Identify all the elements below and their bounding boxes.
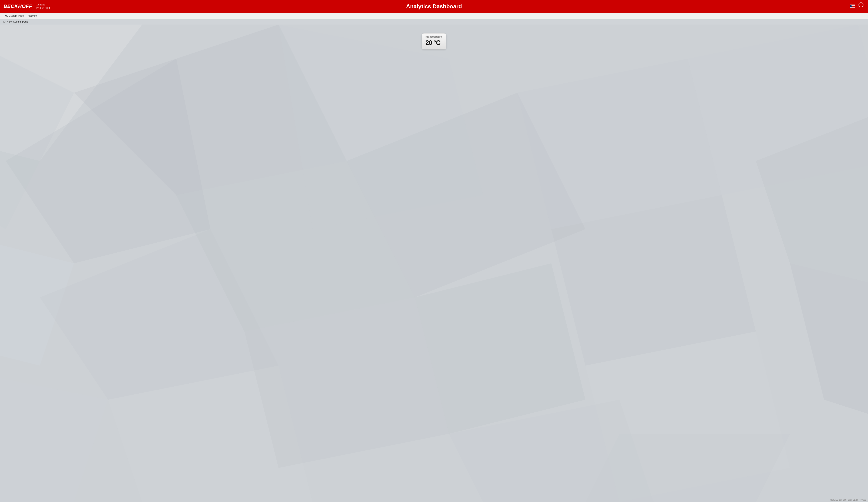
date-display: 22. Feb 2023 [37,6,50,10]
page-title: Analytics Dashboard [406,3,462,10]
breadcrumb-current-page: My Custom Page [9,20,28,23]
app-header: BECKHOFF 14:28:31 22. Feb 2023 Analytics… [0,0,868,13]
background [0,24,868,502]
language-flag-icon[interactable] [850,4,855,8]
nav-item-my-custom-page[interactable]: My Custom Page [3,13,26,18]
widget-value: 20 °C [425,39,443,47]
menu-line-1 [859,8,864,8]
breadcrumb: > My Custom Page [0,19,868,24]
nav-item-network[interactable]: Network [26,13,39,18]
home-icon[interactable] [3,20,6,23]
main-navigation: My Custom Page Network [0,13,868,19]
user-profile-icon[interactable] [857,2,865,10]
logo: BECKHOFF [3,3,32,9]
user-menu-lines [859,8,864,9]
widget-label: Max Temperature [425,35,443,38]
temperature-widget: Max Temperature 20 °C [422,33,446,50]
breadcrumb-separator: > [7,20,8,23]
main-content: Max Temperature 20 °C [0,24,868,502]
menu-line-2 [859,9,862,9]
datetime: 14:28:31 22. Feb 2023 [37,3,50,10]
footer-uuid: 3db95703-29fb-d99e-eb13-017b54677bb0 [830,499,866,501]
time-display: 14:28:31 [37,3,50,7]
header-actions [850,2,865,10]
avatar [859,2,864,7]
